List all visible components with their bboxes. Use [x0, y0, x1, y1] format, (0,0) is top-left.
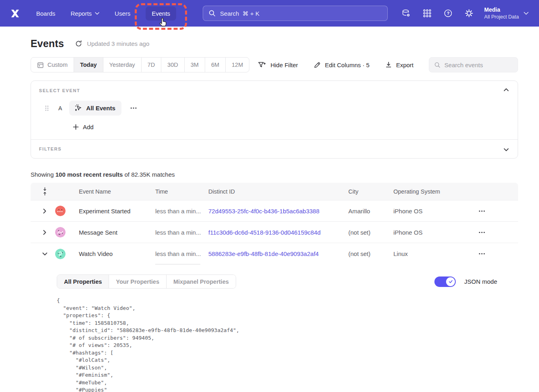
pencil-icon: [313, 61, 321, 69]
page-title: Events: [31, 38, 64, 50]
refresh-button[interactable]: [75, 40, 82, 47]
event-json-view: { "event": "Watch Video", "properties": …: [57, 297, 518, 392]
detail-controls: All Properties Your Properties Mixpanel …: [57, 274, 518, 289]
ellipsis-icon: [130, 107, 137, 109]
time-cell: less than a min...: [155, 229, 208, 236]
updated-timestamp: Updated 3 minutes ago: [87, 40, 149, 47]
tab-mixpanel-properties[interactable]: Mixpanel Properties: [166, 275, 236, 288]
add-event-button[interactable]: Add: [73, 124, 94, 130]
ellipsis-icon: [479, 210, 485, 212]
table-tools: Hide Filter Edit Columns · 5 Export: [258, 57, 518, 72]
nav-users-label: Users: [115, 10, 130, 17]
calendar-icon: [37, 62, 44, 68]
time-cell-underline: [155, 264, 200, 264]
properties-tabs: All Properties Your Properties Mixpanel …: [57, 274, 236, 289]
chevron-right-icon: [43, 208, 46, 214]
col-time[interactable]: Time: [155, 188, 208, 195]
date-filter-7d[interactable]: 7D: [141, 58, 161, 72]
time-cell: less than a min...: [155, 208, 208, 215]
chevron-down-icon: [95, 12, 99, 15]
date-filter-12m[interactable]: 12M: [225, 58, 249, 72]
distinct-id-link[interactable]: 72d49553-25fc-4f0c-b436-1b5ac6ab3388: [208, 208, 348, 215]
expand-filters-button[interactable]: [502, 146, 510, 153]
mixpanel-events-page: Boards Reports Users Events: [0, 0, 539, 392]
mixpanel-logo-icon[interactable]: [10, 8, 20, 19]
row-more-button[interactable]: [477, 250, 487, 257]
date-filter-30d[interactable]: 30D: [161, 58, 184, 72]
main-content: Events Updated 3 minutes ago Custom Toda…: [0, 37, 539, 392]
row-more-button[interactable]: [477, 229, 487, 236]
tab-your-properties[interactable]: Your Properties: [109, 275, 166, 288]
settings-button[interactable]: [462, 6, 476, 21]
filters-label: FILTERS: [39, 146, 62, 151]
search-icon: [209, 10, 216, 17]
results-prefix: Showing: [31, 171, 56, 178]
date-filter-3m[interactable]: 3M: [184, 58, 205, 72]
results-suffix: of 82.35K matches: [123, 171, 175, 178]
edit-columns-button[interactable]: Edit Columns · 5: [313, 61, 370, 69]
results-count: 100 most recent results: [56, 171, 123, 178]
nav-events-wrap: Events: [146, 6, 176, 21]
grid-dots-icon: [423, 9, 432, 18]
plus-icon: [73, 124, 79, 130]
apps-grid-button[interactable]: [420, 6, 434, 21]
funnel-plus-icon: [258, 61, 266, 69]
help-button[interactable]: ?: [441, 6, 455, 21]
json-mode-toggle[interactable]: [434, 276, 456, 287]
nav-item-boards[interactable]: Boards: [36, 10, 56, 17]
chevron-down-icon: [42, 252, 47, 256]
step-letter: A: [58, 105, 62, 111]
json-mode-label: JSON mode: [464, 278, 497, 285]
collapse-all-button[interactable]: [39, 186, 50, 197]
nav-item-reports[interactable]: Reports: [71, 10, 100, 17]
event-more-button[interactable]: [128, 105, 139, 111]
question-circle-icon: ?: [444, 9, 453, 18]
city-cell: (not set): [348, 250, 393, 257]
hide-filter-button[interactable]: Hide Filter: [258, 61, 298, 69]
nav-item-events[interactable]: Events: [146, 6, 176, 21]
distinct-id-link[interactable]: 5886283e-e9fb-48fb-81de-40e9093a2af4: [208, 250, 348, 257]
col-distinct-id[interactable]: Distinct ID: [208, 188, 348, 195]
expand-row-button[interactable]: [39, 227, 50, 237]
ellipsis-icon: [479, 231, 485, 233]
project-switcher[interactable]: Media All Project Data: [484, 6, 529, 21]
drag-handle-icon[interactable]: [45, 105, 49, 111]
date-filter-today[interactable]: Today: [74, 58, 103, 72]
download-icon: [385, 61, 392, 68]
col-event-name[interactable]: Event Name: [79, 188, 155, 195]
distinct-id-link[interactable]: f11c30d6-dc6d-4518-9136-0d046159c84d: [208, 229, 348, 236]
collapse-row-button[interactable]: [39, 249, 50, 259]
nav-item-users[interactable]: Users: [115, 10, 130, 17]
table-header-row: Event Name Time Distinct ID City Operati…: [31, 183, 518, 200]
col-operating-system[interactable]: Operating System: [393, 188, 466, 195]
event-query-row: A All Events: [45, 101, 510, 116]
city-cell: Amarillo: [348, 208, 393, 215]
global-search-input[interactable]: [220, 10, 382, 17]
table-row[interactable]: Message Sent less than a min... f11c30d6…: [31, 222, 518, 243]
date-filter-custom[interactable]: Custom: [31, 58, 74, 72]
data-management-button[interactable]: [399, 6, 414, 21]
os-cell: iPhone OS: [393, 208, 466, 215]
checkmark-icon: [448, 279, 453, 284]
row-more-button[interactable]: [477, 208, 487, 215]
table-row-expanded[interactable]: Watch Video less than a min... 5886283e-…: [31, 243, 518, 264]
export-button[interactable]: Export: [385, 61, 414, 68]
date-filter-6m[interactable]: 6M: [205, 58, 225, 72]
tab-all-properties[interactable]: All Properties: [57, 275, 109, 288]
event-selector-chip[interactable]: All Events: [69, 101, 121, 116]
filters-section-toggle[interactable]: FILTERS: [31, 140, 518, 158]
events-table: Event Name Time Distinct ID City Operati…: [31, 183, 518, 392]
select-event-section: SELECT EVENT A All Even: [31, 81, 518, 130]
controls-row: Custom Today Yesterday 7D 30D 3M 6M 12M …: [31, 57, 518, 72]
expand-row-button[interactable]: [39, 206, 50, 216]
primary-nav: Boards Reports Users Events: [36, 6, 176, 21]
table-row[interactable]: Experiment Started less than a min... 72…: [31, 200, 518, 222]
edit-columns-label: Edit Columns · 5: [325, 62, 370, 68]
event-name-cell: Watch Video: [79, 250, 155, 257]
refresh-icon: [75, 40, 82, 47]
collapse-section-button[interactable]: [502, 87, 510, 93]
search-events-input[interactable]: [444, 62, 512, 68]
col-city[interactable]: City: [348, 188, 393, 195]
date-filter-yesterday[interactable]: Yesterday: [103, 58, 141, 72]
os-cell: iPhone OS: [393, 229, 466, 236]
